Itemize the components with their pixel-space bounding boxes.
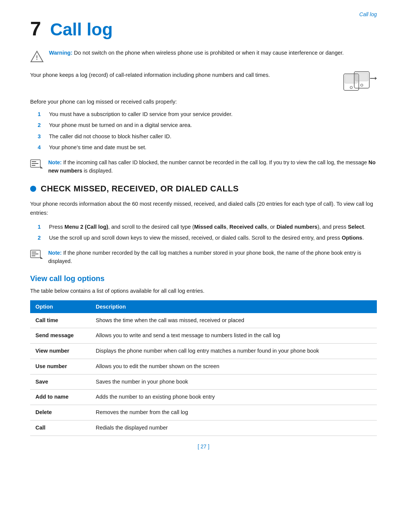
prerequisites-list: 1 You must have a subscription to caller… bbox=[38, 110, 377, 152]
desc-add-to-name: Adds the number to an existing phone boo… bbox=[90, 390, 377, 405]
table-row: Call Redials the displayed number bbox=[30, 420, 377, 436]
note-icon-2 bbox=[30, 250, 43, 260]
note-label-2: Note: bbox=[48, 250, 62, 256]
prerequisite-item-3: 3 The caller did not choose to block his… bbox=[38, 132, 377, 141]
prerequisite-text-4: Your phone's time and date must be set. bbox=[49, 143, 147, 152]
check-section-title: CHECK MISSED, RECEIVED, OR DIALED CALLS bbox=[41, 184, 239, 194]
svg-rect-6 bbox=[355, 73, 368, 81]
svg-rect-13 bbox=[32, 165, 35, 166]
check-step-2: 2 Use the scroll up and scroll down keys… bbox=[38, 234, 377, 242]
svg-rect-11 bbox=[32, 161, 36, 162]
col-description: Description bbox=[90, 300, 377, 313]
prerequisite-text-3: The caller did not choose to block his/h… bbox=[49, 132, 171, 141]
table-row: Send message Allows you to write and sen… bbox=[30, 328, 377, 344]
table-row: View number Displays the phone number wh… bbox=[30, 344, 377, 359]
desc-call: Redials the displayed number bbox=[90, 420, 377, 436]
svg-rect-17 bbox=[32, 254, 38, 254]
option-delete: Delete bbox=[30, 405, 90, 420]
option-use-number: Use number bbox=[30, 359, 90, 374]
chapter-number: 7 bbox=[30, 19, 41, 38]
chapter-name: Call log bbox=[50, 21, 113, 38]
num-2: 2 bbox=[38, 121, 44, 130]
check-step-1: 1 Press Menu 2 (Call log), and scroll to… bbox=[38, 223, 377, 231]
desc-use-number: Allows you to edit the number shown on t… bbox=[90, 359, 377, 374]
prerequisite-item-1: 1 You must have a subscription to caller… bbox=[38, 110, 377, 119]
desc-save: Saves the number in your phone book bbox=[90, 374, 377, 390]
chapter-title: 7 Call log bbox=[30, 19, 377, 38]
svg-rect-16 bbox=[32, 252, 36, 252]
svg-point-4 bbox=[350, 86, 352, 89]
note-box-1: Note: If the incoming call has caller ID… bbox=[30, 159, 377, 175]
table-body: Call time Shows the time when the call w… bbox=[30, 313, 377, 436]
num-4: 4 bbox=[38, 143, 44, 152]
prerequisite-item-2: 2 Your phone must be turned on and in a … bbox=[38, 121, 377, 130]
before-text: Before your phone can log missed or rece… bbox=[30, 98, 377, 106]
page: Call log 7 Call log ! Warning: Do not sw… bbox=[0, 0, 407, 532]
table-row: Use number Allows you to edit the number… bbox=[30, 359, 377, 374]
check-num-1: 1 bbox=[38, 223, 44, 231]
option-send-message: Send message bbox=[30, 328, 90, 344]
phone-image bbox=[343, 71, 377, 92]
svg-marker-19 bbox=[40, 257, 43, 259]
note-text-1: Note: If the incoming call has caller ID… bbox=[48, 159, 377, 175]
svg-marker-14 bbox=[40, 166, 43, 168]
check-step-text-1: Press Menu 2 (Call log), and scroll to t… bbox=[49, 223, 366, 231]
note-icon-1 bbox=[30, 159, 43, 170]
note-box-2: Note: If the phone number recorded by th… bbox=[30, 249, 377, 265]
num-1: 1 bbox=[38, 110, 44, 119]
table-header: Option Description bbox=[30, 300, 377, 313]
view-options-title: View call log options bbox=[30, 274, 377, 283]
check-section-body: Your phone records information about the… bbox=[30, 200, 377, 217]
prerequisite-text-1: You must have a subscription to caller I… bbox=[49, 110, 233, 119]
desc-call-time: Shows the time when the call was missed,… bbox=[90, 313, 377, 328]
desc-view-number: Displays the phone number when call log … bbox=[90, 344, 377, 359]
svg-marker-9 bbox=[375, 77, 377, 80]
page-header-label: Call log bbox=[359, 11, 377, 17]
page-number: [ 27 ] bbox=[30, 443, 377, 449]
svg-point-7 bbox=[361, 84, 363, 86]
check-steps-list: 1 Press Menu 2 (Call log), and scroll to… bbox=[38, 223, 377, 242]
option-call: Call bbox=[30, 420, 90, 436]
svg-rect-12 bbox=[32, 163, 38, 164]
desc-delete: Removes the number from the call log bbox=[90, 405, 377, 420]
prerequisite-text-2: Your phone must be turned on and in a di… bbox=[49, 121, 192, 130]
warning-body: Do not switch on the phone when wireless… bbox=[74, 50, 344, 56]
bullet-icon bbox=[30, 186, 36, 192]
warning-text: Warning: Do not switch on the phone when… bbox=[49, 49, 344, 57]
option-view-number: View number bbox=[30, 344, 90, 359]
table-row: Save Saves the number in your phone book bbox=[30, 374, 377, 390]
table-row: Call time Shows the time when the call w… bbox=[30, 313, 377, 328]
table-row: Delete Removes the number from the call … bbox=[30, 405, 377, 420]
warning-box: ! Warning: Do not switch on the phone wh… bbox=[30, 49, 377, 63]
intro-text: Your phone keeps a log (record) of call-… bbox=[30, 71, 270, 79]
svg-rect-18 bbox=[32, 255, 35, 256]
note-body-2: If the phone number recorded by the call… bbox=[48, 250, 361, 264]
check-num-2: 2 bbox=[38, 234, 44, 242]
table-intro: The table below contains a list of optio… bbox=[30, 287, 377, 295]
option-add-to-name: Add to name bbox=[30, 390, 90, 405]
check-section-heading: CHECK MISSED, RECEIVED, OR DIALED CALLS bbox=[30, 184, 377, 194]
options-table: Option Description Call time Shows the t… bbox=[30, 300, 377, 436]
col-option: Option bbox=[30, 300, 90, 313]
option-call-time: Call time bbox=[30, 313, 90, 328]
desc-send-message: Allows you to write and send a text mess… bbox=[90, 328, 377, 344]
svg-text:!: ! bbox=[36, 55, 38, 61]
check-step-text-2: Use the scroll up and scroll down keys t… bbox=[49, 234, 364, 242]
prerequisite-item-4: 4 Your phone's time and date must be set… bbox=[38, 143, 377, 152]
table-header-row: Option Description bbox=[30, 300, 377, 313]
note-label-1: Note: bbox=[48, 159, 62, 165]
num-3: 3 bbox=[38, 132, 44, 141]
note-text-2: Note: If the phone number recorded by th… bbox=[48, 249, 377, 265]
table-row: Add to name Adds the number to an existi… bbox=[30, 390, 377, 405]
intro-section: Your phone keeps a log (record) of call-… bbox=[30, 71, 377, 92]
warning-icon: ! bbox=[30, 50, 44, 63]
warning-label: Warning: bbox=[49, 50, 72, 56]
option-save: Save bbox=[30, 374, 90, 390]
